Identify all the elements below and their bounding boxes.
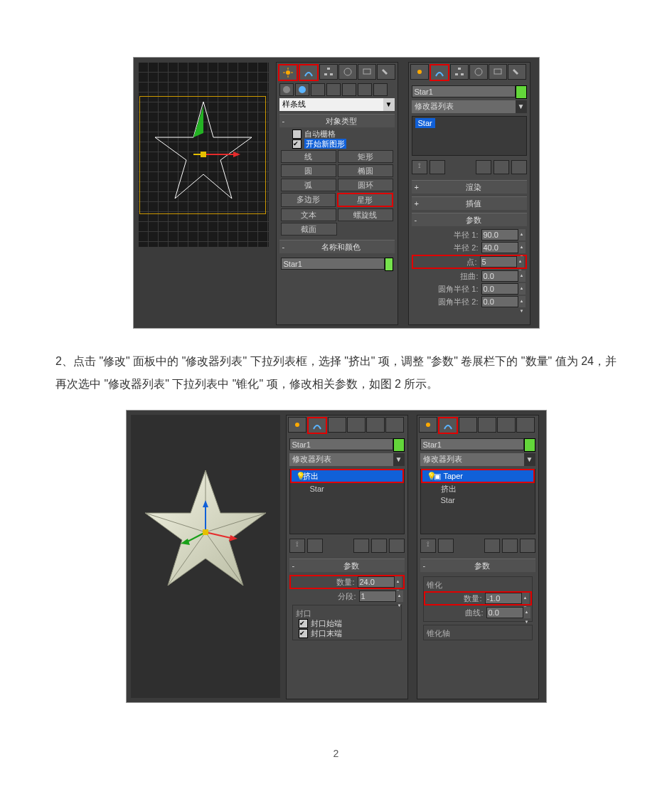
- display-tab[interactable]: [497, 417, 516, 433]
- hierarchy-tab[interactable]: [319, 64, 338, 80]
- hierarchy-tab[interactable]: [459, 417, 477, 433]
- cameras-category[interactable]: [326, 83, 341, 96]
- motion-tab[interactable]: [478, 417, 496, 433]
- utilities-tab[interactable]: [516, 417, 535, 433]
- fillet1-spinner[interactable]: 0.0▲▼: [481, 283, 526, 295]
- ngon-button[interactable]: 多边形: [281, 193, 336, 207]
- spacewarps-category[interactable]: [358, 83, 372, 96]
- ellipse-button[interactable]: 椭圆: [338, 164, 393, 177]
- object-name-input[interactable]: [420, 438, 524, 450]
- geometry-category[interactable]: [279, 83, 294, 96]
- utilities-tab[interactable]: [385, 417, 404, 433]
- create-tab[interactable]: [419, 417, 437, 433]
- hierarchy-icon: [454, 67, 464, 77]
- color-swatch[interactable]: [524, 438, 535, 452]
- systems-category[interactable]: [373, 83, 388, 96]
- utilities-tab[interactable]: [377, 64, 395, 80]
- donut-button[interactable]: 圆环: [338, 179, 393, 191]
- taper-curve-spinner[interactable]: 0.0▲▼: [486, 607, 530, 618]
- display-icon: [493, 67, 503, 77]
- star-button[interactable]: 星形: [337, 193, 393, 207]
- modify-tab[interactable]: [430, 64, 449, 81]
- rollup-params-title[interactable]: 参数: [301, 561, 402, 571]
- create-tab[interactable]: [410, 64, 429, 80]
- radius1-spinner[interactable]: 90.0▲▼: [481, 229, 526, 240]
- figure-1: 样条线 ▼ -对象类型 自动栅格 开始新图形 线矩形 圆椭圆 弧圆环 多边形星形…: [133, 57, 540, 329]
- text-button[interactable]: 文本: [281, 208, 336, 221]
- object-name-input[interactable]: [289, 438, 393, 450]
- svg-rect-3: [201, 152, 206, 157]
- color-swatch[interactable]: [393, 438, 405, 452]
- arc-button[interactable]: 弧: [281, 179, 336, 191]
- taper-amount-spinner[interactable]: -1.0▲▼: [485, 593, 529, 604]
- segments-label: 分段:: [291, 591, 359, 601]
- stack-item-star[interactable]: Star: [415, 118, 435, 128]
- cap-end-checkbox[interactable]: [299, 629, 308, 638]
- taper-axis-group-title: 锥化轴: [425, 628, 452, 638]
- command-tabs: [409, 63, 530, 81]
- modify-tab[interactable]: [299, 64, 319, 81]
- stack-item-star[interactable]: Star: [290, 483, 404, 494]
- remove-modifier-button[interactable]: [494, 160, 509, 174]
- rollup-render-title[interactable]: 渲染: [423, 182, 524, 192]
- begin-new-shape-checkbox[interactable]: [292, 139, 302, 149]
- stack-item-taper[interactable]: 💡▣Taper: [421, 469, 535, 483]
- rollup-name-color: -名称和颜色: [279, 240, 395, 272]
- hierarchy-tab[interactable]: [450, 64, 469, 80]
- configure-sets-button[interactable]: [511, 160, 527, 174]
- create-tab[interactable]: [288, 417, 306, 433]
- motion-tab[interactable]: [469, 64, 488, 80]
- svg-rect-17: [458, 68, 461, 70]
- modifier-list-dropdown[interactable]: 修改器列表 ▼: [289, 453, 405, 466]
- distort-spinner[interactable]: 0.0▲▼: [481, 270, 526, 282]
- rectangle-button[interactable]: 矩形: [338, 150, 393, 163]
- amount-spinner[interactable]: 24.0▲▼: [358, 576, 402, 588]
- modifier-stack[interactable]: 💡挤出 Star: [289, 469, 405, 534]
- fillet2-label: 圆角半径 2:: [413, 297, 481, 307]
- display-tab[interactable]: [358, 64, 376, 80]
- make-unique-button[interactable]: [476, 160, 491, 174]
- motion-tab[interactable]: [338, 64, 357, 80]
- stack-item-star[interactable]: Star: [421, 494, 535, 506]
- segments-spinner[interactable]: 1▲▼: [359, 591, 403, 602]
- modifier-stack[interactable]: 💡▣Taper 挤出 Star: [420, 469, 535, 534]
- show-end-result-button[interactable]: [430, 160, 445, 174]
- create-tab[interactable]: [278, 64, 298, 81]
- modifier-list-dropdown[interactable]: 修改器列表 ▼: [420, 453, 535, 466]
- stack-item-extrude[interactable]: 💡挤出: [290, 469, 404, 483]
- object-name-input[interactable]: [412, 85, 516, 97]
- shapes-icon: [298, 85, 306, 94]
- circle-button[interactable]: 圆: [281, 164, 336, 177]
- cap-start-checkbox[interactable]: [299, 619, 308, 628]
- display-tab[interactable]: [489, 64, 507, 80]
- color-swatch[interactable]: [385, 258, 393, 271]
- helix-button[interactable]: 螺旋线: [338, 208, 393, 221]
- section-button[interactable]: 截面: [281, 223, 337, 236]
- display-tab[interactable]: [366, 417, 385, 433]
- autogrid-checkbox[interactable]: [292, 129, 302, 139]
- rollup-params-title[interactable]: 参数: [423, 215, 524, 225]
- rollup-params-title[interactable]: 参数: [432, 561, 533, 571]
- pin-stack-button[interactable]: [412, 160, 427, 174]
- modify-tab[interactable]: [307, 417, 327, 434]
- modify-tab[interactable]: [438, 417, 458, 434]
- points-spinner[interactable]: 5▲▼: [480, 256, 524, 268]
- shape-subtype-dropdown[interactable]: 样条线 ▼: [279, 98, 395, 111]
- fillet2-spinner[interactable]: 0.0▲▼: [481, 296, 526, 307]
- rollup-interp-title[interactable]: 插值: [423, 199, 524, 208]
- line-button[interactable]: 线: [281, 150, 336, 163]
- color-swatch[interactable]: [516, 85, 527, 99]
- stack-item-extrude[interactable]: 挤出: [421, 483, 535, 494]
- hierarchy-tab[interactable]: [328, 417, 346, 433]
- shapes-category[interactable]: [295, 83, 309, 96]
- modifier-stack[interactable]: Star: [412, 116, 527, 156]
- utilities-tab[interactable]: [508, 64, 526, 80]
- pin-stack-button[interactable]: [420, 539, 436, 553]
- lights-category[interactable]: [311, 83, 325, 96]
- object-name-input[interactable]: [281, 258, 385, 270]
- motion-tab[interactable]: [347, 417, 366, 433]
- modifier-list-dropdown[interactable]: 修改器列表 ▼: [412, 100, 527, 113]
- radius2-spinner[interactable]: 40.0▲▼: [481, 242, 526, 253]
- pin-stack-button[interactable]: [289, 539, 305, 553]
- helpers-category[interactable]: [342, 83, 356, 96]
